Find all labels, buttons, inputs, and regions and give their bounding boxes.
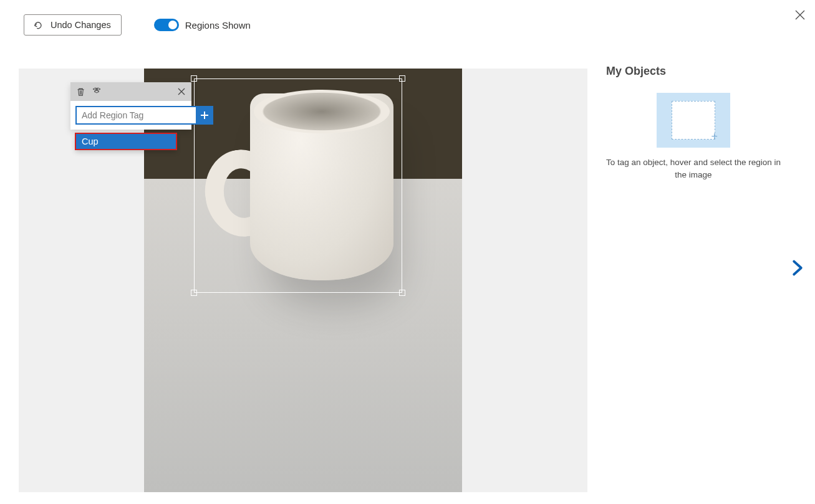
layers-icon[interactable] (92, 87, 102, 97)
close-panel-icon[interactable] (176, 87, 186, 97)
tag-panel: Cup (70, 82, 191, 130)
my-objects-title: My Objects (606, 65, 781, 78)
my-objects-help-text: To tag an object, hover and select the r… (606, 156, 781, 182)
object-placeholder-inner: + (672, 101, 715, 140)
undo-changes-button[interactable]: Undo Changes (24, 14, 122, 36)
regions-shown-toggle[interactable] (154, 19, 179, 31)
resize-handle-tl[interactable] (191, 75, 197, 82)
tag-suggestion-cup[interactable]: Cup (75, 133, 176, 150)
plus-icon: + (711, 131, 718, 142)
next-image-button[interactable] (789, 259, 806, 277)
delete-icon[interactable] (75, 87, 85, 97)
tag-input[interactable] (75, 106, 196, 125)
object-placeholder[interactable]: + (657, 93, 730, 148)
tag-panel-header (70, 82, 191, 101)
resize-handle-br[interactable] (399, 290, 405, 296)
undo-label: Undo Changes (51, 20, 111, 30)
resize-handle-bl[interactable] (191, 290, 197, 296)
resize-handle-tr[interactable] (399, 75, 405, 82)
add-tag-button[interactable] (196, 106, 213, 125)
image-canvas[interactable] (19, 69, 587, 492)
my-objects-panel: My Objects + To tag an object, hover and… (606, 65, 781, 182)
regions-shown-label: Regions Shown (185, 20, 251, 31)
photo (144, 69, 462, 492)
tag-input-row (70, 101, 191, 130)
selection-region[interactable] (194, 78, 402, 293)
regions-shown-toggle-group: Regions Shown (154, 19, 251, 31)
undo-icon (33, 21, 42, 29)
top-toolbar: Undo Changes Regions Shown (0, 9, 815, 41)
